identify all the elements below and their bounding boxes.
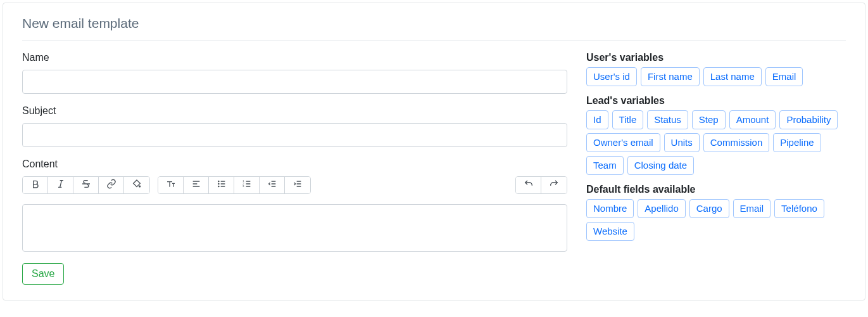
subject-label: Subject [22,105,567,117]
link-button[interactable] [99,177,124,193]
variable-tag[interactable]: Closing date [627,156,694,175]
variable-tag[interactable]: Owner's email [586,133,660,152]
svg-line-2 [60,181,61,188]
ordered-list-icon: 123 [242,179,252,191]
variable-tag[interactable]: Commission [703,133,770,152]
fill-button[interactable] [124,177,149,193]
variables-sidebar: User's variables User's id First name La… [586,52,846,285]
toolbar-group-history [515,176,567,194]
user-variables-heading: User's variables [586,52,846,63]
indent-icon [292,179,303,191]
save-button[interactable]: Save [22,263,64,285]
bold-icon [30,179,41,191]
unordered-list-button[interactable] [209,177,234,193]
toolbar-group-format [22,176,150,194]
default-fields-tags: Nombre Apellido Cargo Email Teléfono Web… [586,199,846,241]
italic-button[interactable] [48,177,73,193]
variable-tag[interactable]: Nombre [586,199,634,218]
fontsize-button[interactable] [158,177,184,193]
svg-point-10 [218,186,218,186]
card: New email template Name Subject Content [3,3,865,301]
subject-group: Subject [22,105,567,147]
page-title: New email template [22,16,846,31]
variable-tag[interactable]: Step [692,110,726,129]
variable-tag[interactable]: Id [586,110,608,129]
toolbar-group-paragraph: 123 [158,176,311,194]
variable-tag[interactable]: Pipeline [773,133,821,152]
variable-tag[interactable]: Email [765,67,803,86]
divider [22,40,846,41]
svg-point-9 [218,183,218,184]
name-input[interactable] [22,70,567,94]
variable-tag[interactable]: Status [647,110,688,129]
subject-input[interactable] [22,123,567,147]
variable-tag[interactable]: Website [586,222,634,241]
name-label: Name [22,52,567,63]
svg-point-8 [218,181,218,181]
content-editor[interactable] [22,204,567,252]
lead-variables-heading: Lead's variables [586,95,846,107]
undo-icon [524,179,534,191]
link-icon [106,179,116,191]
bold-button[interactable] [23,177,48,193]
default-fields-heading: Default fields available [586,184,846,195]
variable-tag[interactable]: Units [664,133,700,152]
default-fields-section: Default fields available Nombre Apellido… [586,184,846,241]
variable-tag[interactable]: Apellido [638,199,685,218]
redo-button[interactable] [541,177,567,193]
svg-point-4 [139,186,141,188]
fill-icon [132,179,142,191]
variable-tag[interactable]: Cargo [689,199,729,218]
variable-tag[interactable]: Email [733,199,771,218]
ordered-list-button[interactable]: 123 [234,177,260,193]
layout: Name Subject Content [22,52,846,285]
variable-tag[interactable]: Amount [729,110,776,129]
user-variables-section: User's variables User's id First name La… [586,52,846,86]
variable-tag[interactable]: User's id [586,67,637,86]
editor-toolbar: 123 [22,176,567,194]
svg-text:3: 3 [242,184,244,188]
variable-tag[interactable]: Probability [779,110,838,129]
redo-icon [549,179,559,191]
align-button[interactable] [184,177,209,193]
variable-tag[interactable]: Title [612,110,644,129]
outdent-icon [267,179,277,191]
strike-icon [81,179,91,191]
undo-button[interactable] [516,177,541,193]
content-label: Content [22,158,567,170]
indent-button[interactable] [285,177,310,193]
name-group: Name [22,52,567,94]
variable-tag[interactable]: First name [641,67,700,86]
variable-tag[interactable]: Teléfono [774,199,824,218]
unordered-list-icon [217,179,227,191]
outdent-button[interactable] [260,177,285,193]
variable-tag[interactable]: Last name [703,67,762,86]
variable-tag[interactable]: Team [586,156,624,175]
fontsize-icon [166,179,176,191]
lead-variables-tags: Id Title Status Step Amount Probability … [586,110,846,175]
align-icon [191,179,201,191]
strike-button[interactable] [73,177,99,193]
main-column: Name Subject Content [22,52,567,285]
user-variables-tags: User's id First name Last name Email [586,67,846,86]
content-group: Content [22,158,567,252]
lead-variables-section: Lead's variables Id Title Status Step Am… [586,95,846,175]
italic-icon [56,179,66,191]
